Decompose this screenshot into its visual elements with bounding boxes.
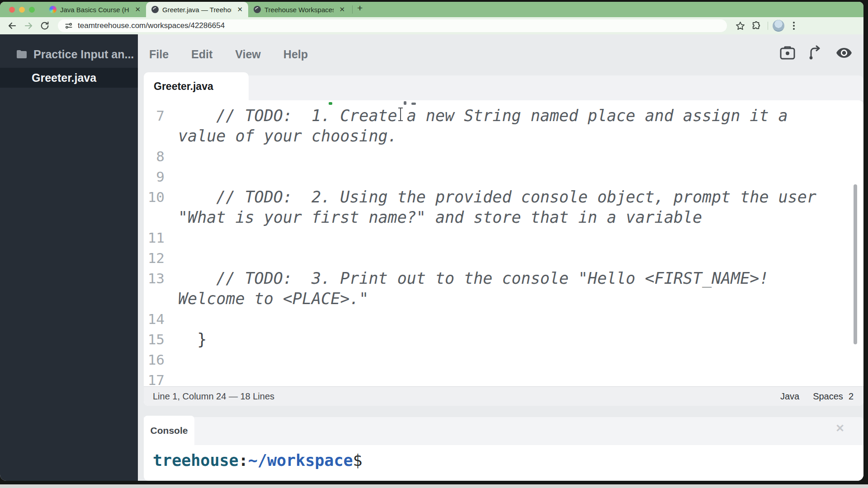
editor-main: File Edit View Help Greeter.java	[138, 34, 863, 481]
console-tabstrip-background	[144, 417, 863, 445]
tab-title: Java Basics Course (How To)	[60, 6, 129, 14]
editor-tab-label: Greeter.java	[154, 80, 213, 93]
toolbar-separator	[768, 22, 768, 30]
editor-tab-greeter-java[interactable]: Greeter.java	[144, 72, 249, 100]
line-number: 16	[144, 352, 165, 368]
code-text: // TODO: 1. Create a new String named pl…	[178, 107, 788, 125]
menu-edit[interactable]: Edit	[191, 48, 212, 61]
profile-avatar[interactable]	[773, 20, 784, 32]
menu-file[interactable]: File	[149, 48, 169, 61]
code-rows: 7 // TODO: 1. Create a new String named …	[144, 100, 863, 386]
pointer-arrow-icon[interactable]	[807, 45, 824, 61]
line-number: 12	[144, 250, 165, 266]
workspace-app: Practice Input an... Greeter.java File E…	[0, 34, 863, 481]
console-close-icon[interactable]: ✕	[835, 423, 844, 434]
sidebar-file-greeter-java[interactable]: Greeter.java	[0, 68, 138, 88]
snapshot-camera-icon[interactable]	[779, 45, 796, 61]
browser-tab-java-basics-course[interactable]: Java Basics Course (How To) ✕	[44, 2, 146, 17]
workspace-toolbar-icons	[779, 45, 853, 61]
code-line: value of your choosing.	[144, 126, 863, 146]
code-line: 17	[144, 370, 863, 386]
code-line: 8	[144, 146, 863, 166]
code-text: Welcome to <PLACE>."	[178, 290, 368, 308]
window-controls	[0, 2, 44, 17]
workspace-menubar: File Edit View Help	[149, 48, 308, 61]
code-line: 16	[144, 349, 863, 370]
new-tab-button[interactable]: +	[356, 3, 367, 16]
browser-tab-greeter-java[interactable]: Greeter.java — Treehouse Wo ✕	[146, 2, 248, 17]
code-line: 15 }	[144, 329, 863, 349]
folder-icon	[16, 50, 27, 59]
language-indicator[interactable]: Java	[780, 391, 799, 402]
clipped-code-fragment	[411, 103, 416, 105]
text-cursor-ibeam	[400, 108, 401, 121]
close-window-button[interactable]	[9, 7, 15, 13]
extensions-puzzle-icon[interactable]	[750, 19, 763, 33]
tab-title: Greeter.java — Treehouse Wo	[162, 6, 231, 14]
browser-menu-icon[interactable]	[787, 19, 801, 33]
preview-eye-icon[interactable]	[835, 45, 853, 61]
code-editor-panel: 7 // TODO: 1. Create a new String named …	[144, 100, 863, 406]
dock-edge-strip	[0, 484, 868, 488]
back-icon[interactable]	[5, 19, 19, 33]
code-text: "What is your first name?" and store tha…	[178, 208, 702, 226]
browser-toolbar: teamtreehouse.com/workspaces/42286654	[0, 17, 863, 34]
prompt-dollar: $	[353, 451, 363, 469]
forward-icon[interactable]	[22, 19, 35, 33]
indentation-indicator[interactable]: Spaces 2	[813, 391, 854, 402]
line-number: 14	[144, 311, 165, 327]
code-line: 11	[144, 227, 863, 248]
editor-scrollbar[interactable]	[854, 184, 857, 344]
line-number: 15	[144, 331, 165, 347]
code-line: 14	[144, 309, 863, 329]
file-name: Greeter.java	[32, 71, 96, 84]
tab-close-icon[interactable]: ✕	[133, 5, 142, 14]
code-line	[144, 100, 863, 105]
site-info-icon[interactable]	[64, 21, 73, 30]
sidebar-folder[interactable]: Practice Input an...	[0, 44, 138, 64]
browser-tab-treehouse-workspaces[interactable]: Treehouse Workspaces ✕	[248, 2, 350, 17]
code-line: 12	[144, 248, 863, 268]
address-bar[interactable]: teamtreehouse.com/workspaces/42286654	[58, 19, 727, 32]
console-tab-label: Console	[151, 425, 188, 436]
code-line: Welcome to <PLACE>."	[144, 288, 863, 309]
clipped-code-fragment	[329, 102, 332, 105]
tab-close-icon[interactable]: ✕	[337, 5, 347, 14]
prompt-path: ~/workspace	[248, 451, 353, 469]
line-number: 9	[144, 169, 165, 185]
treehouse-favicon-icon	[254, 6, 261, 13]
tab-separator	[352, 5, 353, 14]
code-line: 7 // TODO: 1. Create a new String named …	[144, 105, 863, 126]
fullscreen-window-button[interactable]	[29, 7, 35, 13]
code-line: 9	[144, 166, 863, 187]
bookmark-star-icon[interactable]	[733, 19, 747, 33]
minimize-window-button[interactable]	[19, 7, 25, 13]
code-text: // TODO: 3. Print out to the console "He…	[178, 269, 769, 287]
console-output[interactable]: treehouse:~/workspace$	[144, 445, 863, 481]
tab-close-icon[interactable]: ✕	[235, 5, 245, 14]
code-text: // TODO: 2. Using the provided console o…	[178, 188, 816, 206]
line-number: 7	[144, 108, 165, 124]
browser-window: Java Basics Course (How To) ✕ Greeter.ja…	[0, 2, 863, 481]
course-favicon-icon	[49, 6, 57, 13]
console-panel: Console ✕ treehouse:~/workspace$	[144, 416, 863, 481]
line-number: 11	[144, 230, 165, 246]
console-tabstrip: Console ✕	[144, 416, 863, 445]
browser-tabbar: Java Basics Course (How To) ✕ Greeter.ja…	[0, 2, 863, 17]
tab-title: Treehouse Workspaces	[264, 6, 334, 14]
code-text: }	[178, 330, 863, 348]
line-number: 13	[144, 270, 165, 286]
clipped-code-fragment	[404, 101, 406, 105]
line-number: 10	[144, 189, 165, 205]
menu-help[interactable]: Help	[283, 48, 308, 61]
url-text[interactable]: teamtreehouse.com/workspaces/42286654	[78, 21, 225, 30]
editor-tabstrip	[249, 75, 863, 100]
code-area[interactable]: 7 // TODO: 1. Create a new String named …	[144, 100, 863, 386]
prompt-user: treehouse	[153, 451, 239, 469]
editor-statusbar: Line 1, Column 24 — 18 Lines Java Spaces…	[144, 386, 863, 406]
console-tab[interactable]: Console	[144, 416, 194, 445]
line-number: 17	[144, 372, 165, 387]
treehouse-favicon-icon	[151, 6, 159, 13]
menu-view[interactable]: View	[235, 48, 261, 61]
reload-icon[interactable]	[38, 19, 52, 33]
